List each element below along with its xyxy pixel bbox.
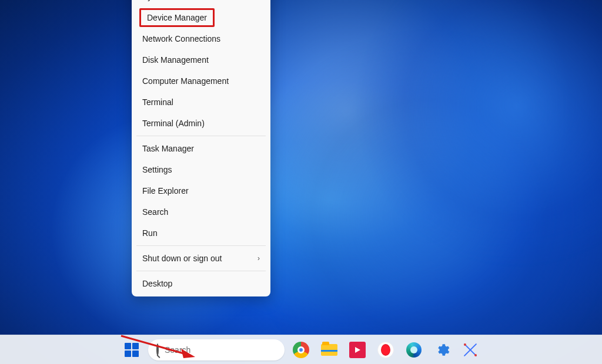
menu-item-label: Terminal (Admin) bbox=[142, 119, 205, 128]
taskbar: Search bbox=[0, 335, 602, 364]
menu-item-terminal-admin[interactable]: Terminal (Admin) bbox=[134, 113, 268, 134]
menu-item-settings[interactable]: Settings bbox=[134, 159, 268, 180]
menu-item-file-explorer[interactable]: File Explorer bbox=[134, 180, 268, 201]
annotation-highlight-box: Device Manager bbox=[139, 8, 215, 27]
menu-item-shutdown-signout[interactable]: Shut down or sign out › bbox=[134, 248, 268, 269]
gear-icon bbox=[434, 342, 450, 358]
menu-item-label: Terminal bbox=[142, 97, 173, 107]
menu-item-terminal[interactable]: Terminal bbox=[134, 92, 268, 113]
search-placeholder: Search bbox=[165, 345, 190, 355]
taskbar-pinned-chrome[interactable] bbox=[289, 338, 313, 362]
simplenote-icon bbox=[349, 342, 366, 358]
search-icon bbox=[156, 345, 159, 355]
menu-separator bbox=[136, 136, 266, 136]
menu-item-label: Settings bbox=[142, 165, 172, 174]
desktop-wallpaper: Event Viewer System Device Manager Netwo… bbox=[0, 0, 602, 364]
menu-item-label: Device Manager bbox=[147, 13, 207, 22]
taskbar-pinned-opera[interactable] bbox=[374, 338, 397, 362]
menu-item-label: Network Connections bbox=[142, 34, 220, 43]
chrome-icon bbox=[293, 342, 309, 358]
menu-item-system[interactable]: System bbox=[134, 0, 268, 7]
taskbar-pinned-edge[interactable] bbox=[402, 338, 426, 362]
menu-item-network-connections[interactable]: Network Connections bbox=[134, 28, 268, 49]
menu-separator bbox=[136, 271, 266, 271]
taskbar-pinned-settings-app[interactable] bbox=[430, 338, 454, 362]
menu-item-search[interactable]: Search bbox=[134, 201, 268, 223]
menu-item-device-manager[interactable]: Device Manager bbox=[134, 7, 268, 28]
snipping-tool-icon bbox=[463, 342, 478, 358]
menu-item-disk-management[interactable]: Disk Management bbox=[134, 49, 268, 70]
opera-icon bbox=[377, 342, 394, 358]
menu-item-label: File Explorer bbox=[142, 186, 189, 196]
chevron-right-icon: › bbox=[257, 254, 260, 262]
menu-item-label: Search bbox=[142, 207, 168, 217]
taskbar-pinned-simplenote[interactable] bbox=[346, 338, 369, 362]
taskbar-pinned-snipping-tool[interactable] bbox=[459, 338, 482, 362]
folder-icon bbox=[321, 344, 337, 356]
menu-item-task-manager[interactable]: Task Manager bbox=[134, 138, 268, 159]
winx-context-menu: Event Viewer System Device Manager Netwo… bbox=[132, 0, 270, 296]
menu-item-computer-management[interactable]: Computer Management bbox=[134, 70, 268, 92]
menu-item-desktop[interactable]: Desktop bbox=[134, 273, 268, 294]
menu-item-label: Run bbox=[142, 228, 158, 238]
start-button[interactable] bbox=[120, 338, 143, 362]
menu-separator bbox=[136, 245, 266, 246]
menu-item-run[interactable]: Run bbox=[134, 223, 268, 244]
menu-item-label: System bbox=[142, 0, 170, 1]
taskbar-search[interactable]: Search bbox=[148, 339, 285, 360]
taskbar-pinned-file-explorer[interactable] bbox=[317, 338, 341, 362]
menu-item-label: Disk Management bbox=[142, 55, 209, 65]
edge-icon bbox=[406, 342, 422, 358]
menu-item-label: Shut down or sign out bbox=[142, 254, 222, 263]
menu-item-label: Computer Management bbox=[142, 76, 229, 86]
windows-logo-icon bbox=[125, 343, 139, 357]
menu-item-label: Desktop bbox=[142, 279, 172, 288]
menu-item-label: Task Manager bbox=[142, 144, 194, 153]
